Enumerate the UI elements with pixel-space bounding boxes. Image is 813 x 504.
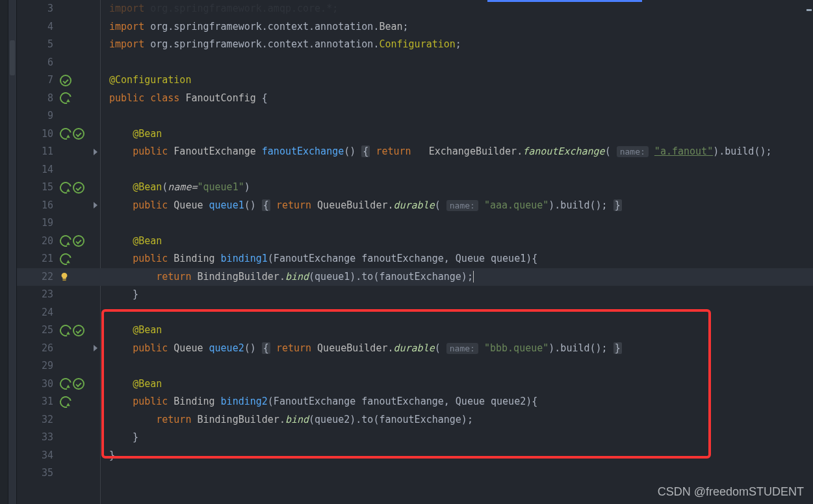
line[interactable]: 16 public Queue queue1() { return QueueB… [17, 197, 813, 215]
inlay-hint: name: [446, 200, 478, 211]
code-editor[interactable]: 3 import org.springframework.amqp.core.*… [17, 0, 813, 504]
line-number: 3 [17, 0, 60, 18]
line-number: 33 [17, 429, 60, 447]
nav-icon[interactable] [58, 394, 74, 410]
line-number: 4 [17, 18, 60, 36]
line[interactable]: 25 @Bean [17, 321, 813, 340]
line-number: 32 [17, 411, 60, 429]
line-number: 20 [17, 233, 60, 251]
line-number: 15 [17, 179, 60, 197]
line-number: 34 [17, 447, 60, 465]
line-number: 31 [17, 393, 60, 411]
line-number: 30 [17, 375, 60, 394]
line[interactable]: 6 [17, 54, 813, 72]
line[interactable]: 3 import org.springframework.amqp.core.*… [17, 0, 813, 18]
nav-icon[interactable] [58, 376, 74, 392]
line[interactable]: 4 import org.springframework.context.ann… [17, 18, 813, 36]
line-current[interactable]: 22 return BindingBuilder.bind(queue1).to… [17, 268, 813, 286]
code-lines: 3 import org.springframework.amqp.core.*… [17, 0, 813, 483]
line-number: 14 [17, 161, 60, 179]
line-number: 26 [17, 340, 60, 358]
line[interactable]: 10 @Bean [17, 125, 813, 144]
watermark: CSDN @freedomSTUDENT [658, 485, 804, 499]
inlay-hint: name: [617, 146, 649, 157]
line-number: 19 [17, 214, 60, 233]
activity-bar[interactable] [8, 0, 17, 504]
tool-strip [0, 0, 8, 504]
fold-icon[interactable] [94, 149, 97, 155]
line[interactable]: 11 public FanoutExchange fanoutExchange(… [17, 143, 813, 161]
nav-icon[interactable] [58, 90, 74, 107]
line[interactable]: 26 public Queue queue2() { return QueueB… [17, 340, 813, 358]
bean-icon[interactable] [73, 182, 84, 194]
fold-icon[interactable] [94, 345, 97, 351]
bean-icon[interactable] [73, 128, 84, 140]
line-number: 22 [17, 268, 60, 286]
line-number: 16 [17, 197, 60, 215]
nav-icon[interactable] [58, 126, 74, 142]
line-number: 23 [17, 286, 60, 304]
line-number: 11 [17, 143, 60, 161]
line[interactable]: 7 @Configuration [17, 71, 813, 90]
line-number: 10 [17, 125, 60, 144]
line[interactable]: 21 public Binding binding1(FanoutExchang… [17, 250, 813, 268]
fold-icon[interactable] [94, 202, 97, 208]
nav-icon[interactable] [58, 233, 74, 249]
line-number: 9 [17, 107, 60, 125]
nav-icon[interactable] [58, 179, 74, 195]
bean-icon[interactable] [73, 235, 84, 247]
line[interactable]: 32 return BindingBuilder.bind(queue2).to… [17, 411, 813, 429]
line-number: 24 [17, 304, 60, 322]
line[interactable]: 5 import org.springframework.context.ann… [17, 36, 813, 54]
line-number: 21 [17, 250, 60, 268]
line[interactable]: 30 @Bean [17, 375, 813, 394]
svg-rect-0 [62, 280, 66, 281]
bean-icon[interactable] [73, 325, 84, 336]
line[interactable]: 15 @Bean(name="queue1") [17, 179, 813, 197]
line-number: 35 [17, 464, 60, 483]
nav-icon[interactable] [58, 322, 74, 338]
line[interactable]: 31 public Binding binding2(FanoutExchang… [17, 393, 813, 411]
line-number: 29 [17, 357, 60, 375]
bean-icon[interactable] [73, 378, 84, 390]
caret [473, 271, 474, 283]
run-icon[interactable] [60, 75, 71, 86]
ide-root: 3 import org.springframework.amqp.core.*… [0, 0, 813, 504]
line[interactable]: 8 public class FanoutConfig { [17, 90, 813, 108]
nav-icon[interactable] [58, 251, 74, 267]
line-number: 25 [17, 321, 60, 340]
activity-marker [10, 40, 15, 75]
bulb-icon[interactable] [60, 272, 69, 281]
line-number: 6 [17, 54, 60, 72]
line[interactable]: 20 @Bean [17, 233, 813, 251]
line-number: 5 [17, 36, 60, 54]
line-number: 8 [17, 90, 60, 108]
inlay-hint: name: [446, 343, 478, 354]
line-number: 7 [17, 71, 60, 90]
